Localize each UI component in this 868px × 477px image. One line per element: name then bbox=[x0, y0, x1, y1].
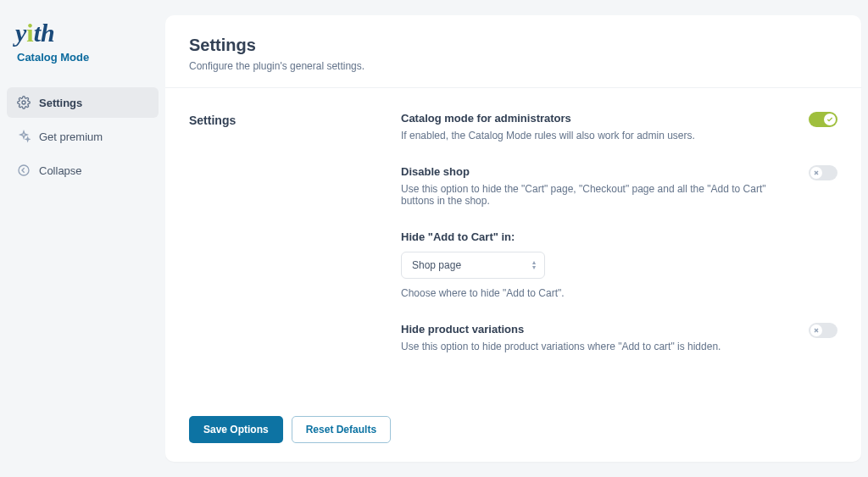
panel-body: Settings Catalog mode for administrators… bbox=[165, 88, 861, 402]
field-catalog-mode: Catalog mode for administrators If enabl… bbox=[401, 112, 837, 141]
field-label: Catalog mode for administrators bbox=[401, 112, 787, 125]
sidebar: yith Catalog Mode Settings Get premium C… bbox=[0, 0, 165, 477]
field-disable-shop: Disable shop Use this option to hide the… bbox=[401, 165, 837, 207]
field-hide-variations: Hide product variations Use this option … bbox=[401, 323, 837, 352]
logo-text: yith bbox=[15, 19, 55, 47]
field-hide-add-to-cart: Hide "Add to Cart" in: Shop page ▴▾ Choo… bbox=[401, 230, 837, 299]
svg-point-1 bbox=[19, 165, 29, 175]
sidebar-item-collapse[interactable]: Collapse bbox=[7, 155, 159, 186]
settings-panel: Settings Configure the plugin's general … bbox=[165, 15, 861, 462]
section-label: Settings bbox=[189, 112, 401, 379]
toggle-disable-shop[interactable] bbox=[809, 165, 837, 180]
field-help: Use this option to hide the "Cart" page,… bbox=[401, 183, 787, 207]
select-hide-add-to-cart[interactable]: Shop page ▴▾ bbox=[401, 252, 545, 279]
sidebar-item-label: Collapse bbox=[39, 164, 82, 177]
field-label: Hide product variations bbox=[401, 323, 787, 336]
reset-button[interactable]: Reset Defaults bbox=[292, 416, 391, 443]
toggle-knob bbox=[824, 114, 836, 125]
field-help: Choose where to hide "Add to Cart". bbox=[401, 287, 787, 299]
sidebar-item-label: Get premium bbox=[39, 130, 103, 143]
logo: yith bbox=[7, 20, 159, 46]
collapse-icon bbox=[17, 164, 31, 177]
panel-footer: Save Options Reset Defaults bbox=[165, 402, 861, 462]
fields-container: Catalog mode for administrators If enabl… bbox=[401, 112, 837, 379]
chevron-updown-icon: ▴▾ bbox=[532, 260, 536, 270]
page-subtitle: Configure the plugin's general settings. bbox=[189, 60, 837, 72]
panel-header: Settings Configure the plugin's general … bbox=[165, 15, 861, 88]
select-value: Shop page bbox=[412, 259, 461, 271]
toggle-catalog-mode[interactable] bbox=[809, 112, 837, 127]
field-label: Disable shop bbox=[401, 165, 787, 178]
field-help: Use this option to hide product variatio… bbox=[401, 341, 787, 352]
sidebar-item-settings[interactable]: Settings bbox=[7, 87, 159, 118]
page-title: Settings bbox=[189, 36, 837, 55]
toggle-knob bbox=[810, 167, 822, 179]
svg-point-0 bbox=[22, 101, 25, 104]
main-content: Settings Configure the plugin's general … bbox=[165, 0, 868, 477]
gear-icon bbox=[17, 96, 31, 109]
plugin-name: Catalog Mode bbox=[7, 51, 159, 64]
sidebar-item-get-premium[interactable]: Get premium bbox=[7, 121, 159, 152]
toggle-hide-variations[interactable] bbox=[809, 323, 837, 338]
toggle-knob bbox=[810, 324, 822, 336]
save-button[interactable]: Save Options bbox=[189, 416, 283, 443]
field-label: Hide "Add to Cart" in: bbox=[401, 230, 787, 243]
field-help: If enabled, the Catalog Mode rules will … bbox=[401, 130, 787, 141]
sidebar-item-label: Settings bbox=[39, 97, 82, 109]
sparkle-icon bbox=[17, 130, 31, 143]
